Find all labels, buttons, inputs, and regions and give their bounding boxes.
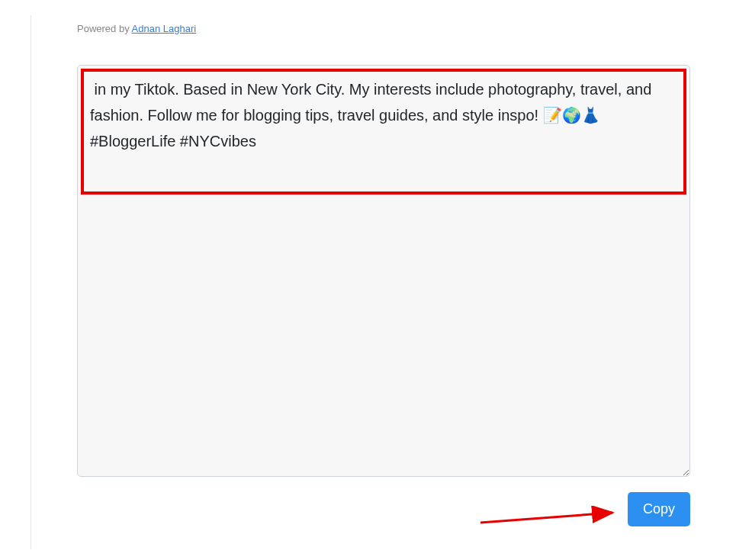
copy-button[interactable]: Copy [628, 492, 690, 526]
main-container: Powered by Adnan Laghari Copy [31, 15, 690, 549]
output-textarea[interactable] [77, 65, 690, 477]
output-area-wrapper [77, 65, 690, 480]
arrow-annotation-icon [477, 506, 622, 529]
powered-by-prefix: Powered by [77, 23, 132, 34]
powered-by-text: Powered by Adnan Laghari [77, 23, 690, 34]
powered-by-link[interactable]: Adnan Laghari [132, 23, 197, 34]
button-row: Copy [77, 492, 690, 526]
svg-line-1 [480, 513, 612, 523]
